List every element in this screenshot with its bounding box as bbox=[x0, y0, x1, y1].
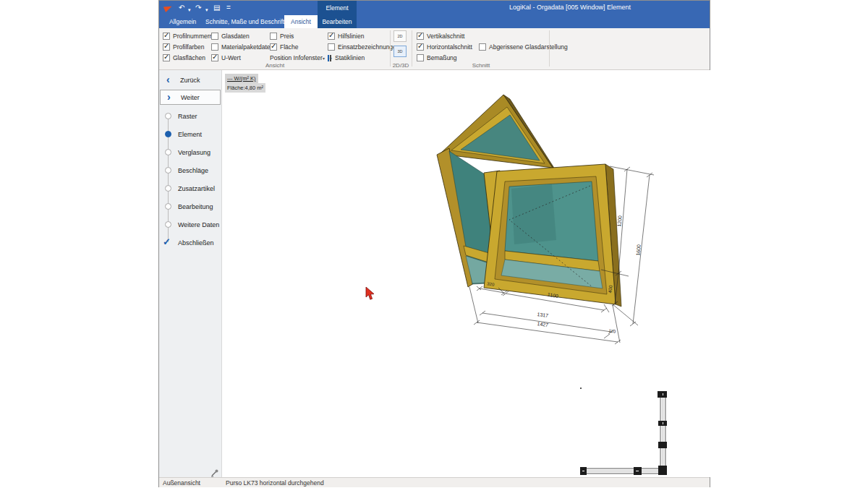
sidebar-item-zusatzartikel[interactable]: Zusatzartikel bbox=[159, 184, 222, 193]
checkbox-glasflaechen[interactable] bbox=[163, 54, 170, 61]
mullion-shape bbox=[484, 171, 511, 287]
sidebar-item-verglasung[interactable]: Verglasung bbox=[159, 148, 222, 157]
checkbox-u-wert[interactable] bbox=[211, 54, 218, 61]
checkbox-horizontalschnitt[interactable] bbox=[417, 43, 424, 51]
checkbox-label: U-Wert bbox=[221, 54, 241, 61]
drawing-canvas[interactable]: --- W/(m² K) Fläche:4,80 m² bbox=[222, 70, 711, 477]
mouse-cursor-icon bbox=[365, 287, 375, 301]
checkbox-glasdaten[interactable] bbox=[211, 33, 218, 40]
main-pane-shape bbox=[484, 164, 621, 307]
logikal-window: ↶ ▾ ↷ ▾ ▤ = Element LogiKal - Orgadata [… bbox=[158, 0, 710, 487]
step-circle-icon bbox=[165, 167, 171, 174]
back-label: Zurück bbox=[180, 73, 200, 88]
left-pane-shape bbox=[437, 148, 503, 287]
checkbox-label: Preis bbox=[280, 33, 294, 40]
dropdown-label: Position Infofenster bbox=[270, 54, 323, 61]
statiklinien-toggle[interactable]: ▾Statiklinien bbox=[323, 53, 365, 62]
checkbox-label: Profilnummern bbox=[173, 33, 213, 40]
check-icon: ✓ bbox=[163, 236, 171, 247]
checkbox-label: Glasdaten bbox=[221, 33, 250, 40]
desktop: ↶ ▾ ↷ ▾ ▤ = Element LogiKal - Orgadata [… bbox=[0, 0, 868, 488]
view-3d-button[interactable]: 3D bbox=[393, 46, 407, 57]
quick-access-more-icon[interactable]: = bbox=[226, 1, 231, 14]
view-mode-label: Außenansicht bbox=[163, 479, 200, 487]
step-label: Raster bbox=[178, 112, 197, 121]
checkbox-label: Vertikalschnitt bbox=[427, 33, 464, 40]
step-circle-icon bbox=[165, 185, 171, 192]
title-bar: ↶ ▾ ↷ ▾ ▤ = Element LogiKal - Orgadata [… bbox=[159, 1, 710, 15]
step-label: Verglasung bbox=[178, 148, 210, 157]
step-label: Weitere Daten bbox=[178, 221, 219, 229]
next-label: Weiter bbox=[181, 90, 200, 106]
sidebar-item-bearbeitung[interactable]: Bearbeitung bbox=[159, 202, 222, 211]
window-style-icon[interactable]: ▤ bbox=[213, 1, 220, 14]
group-label-2d3d: 2D/3D bbox=[389, 62, 412, 69]
svg-text:320: 320 bbox=[487, 281, 495, 287]
sidebar-item-raster[interactable]: Raster bbox=[159, 112, 222, 121]
tab-allgemein[interactable]: Allgemein bbox=[165, 15, 200, 28]
main-area: ‹ Zurück › Weiter Raster Element Verglas… bbox=[159, 70, 710, 477]
statiklinien-icon bbox=[328, 55, 331, 61]
view-2d-button[interactable]: 2D bbox=[393, 30, 407, 42]
checkbox-bemassung[interactable] bbox=[417, 54, 424, 61]
back-button[interactable]: ‹ Zurück bbox=[160, 73, 221, 88]
svg-text:1317: 1317 bbox=[537, 312, 549, 318]
svg-text:400: 400 bbox=[608, 285, 613, 294]
checkbox-label: Abgerissene Glasdarstellung bbox=[489, 43, 568, 51]
step-circle-icon bbox=[165, 113, 171, 119]
step-circle-icon bbox=[165, 131, 171, 137]
sidebar-item-abschliessen[interactable]: ✓Abschließen bbox=[159, 239, 222, 247]
svg-text:1600: 1600 bbox=[635, 244, 641, 256]
svg-text:1200: 1200 bbox=[616, 215, 622, 227]
chevron-right-icon: › bbox=[167, 90, 171, 104]
tilted-sash-shape bbox=[440, 95, 556, 171]
checkbox-label: Hilfslinien bbox=[338, 33, 364, 40]
step-label: Abschließen bbox=[178, 239, 214, 247]
svg-text:1427: 1427 bbox=[537, 321, 549, 328]
window-title: LogiKal - Orgadata [005 Window] Element bbox=[509, 4, 631, 11]
group-separator bbox=[390, 30, 391, 67]
logikal-logo-icon[interactable] bbox=[163, 4, 173, 12]
checkbox-preis[interactable] bbox=[270, 33, 277, 40]
element-3d-drawing: 1200 400 1600 320 1100 bbox=[222, 70, 711, 477]
undo-icon[interactable]: ↶ bbox=[179, 1, 184, 14]
group-label-schnitt: Schnitt bbox=[412, 62, 550, 69]
checkbox-flaeche[interactable] bbox=[270, 43, 277, 51]
ribbon: Profilnummern Profilfarben Glasflächen G… bbox=[159, 28, 710, 70]
checkbox-abgerissene-glasdarstellung[interactable] bbox=[479, 43, 486, 51]
ribbon-tab-row: Allgemein Schnitte, Maße und Beschriftun… bbox=[159, 15, 710, 28]
svg-text:1100: 1100 bbox=[547, 292, 558, 299]
chevron-down-icon: ▾ bbox=[323, 56, 325, 61]
svg-text:110: 110 bbox=[608, 328, 616, 333]
checkbox-materialpaketdaten[interactable] bbox=[211, 43, 218, 51]
checkbox-label: Materialpaketdaten bbox=[221, 43, 273, 51]
step-circle-icon bbox=[165, 149, 171, 155]
checkbox-label: Profilfarben bbox=[173, 43, 204, 51]
u-value-link[interactable]: --- W/(m² K) bbox=[225, 74, 258, 83]
checkbox-einsatzbezeichnungen[interactable] bbox=[328, 43, 335, 51]
checkbox-vertikalschnitt[interactable] bbox=[417, 33, 424, 40]
step-circle-icon bbox=[165, 221, 171, 228]
checkbox-profilfarben[interactable] bbox=[163, 43, 170, 51]
group-separator bbox=[549, 30, 550, 67]
corner-section-drawing bbox=[580, 388, 667, 475]
profile-system-label: Purso LK73 horizontal durchgehend bbox=[226, 479, 324, 487]
checkbox-hilfslinien[interactable] bbox=[328, 33, 335, 40]
sidebar-item-beschlaege[interactable]: Beschläge bbox=[159, 166, 222, 175]
chevron-left-icon: ‹ bbox=[166, 73, 170, 87]
redo-icon[interactable]: ↷ bbox=[195, 1, 201, 14]
step-label: Element bbox=[178, 130, 202, 139]
checkbox-label: Fläche bbox=[280, 43, 299, 51]
next-button[interactable]: › Weiter bbox=[160, 90, 221, 105]
checkbox-profilnummern[interactable] bbox=[163, 33, 170, 40]
step-label: Zusatzartikel bbox=[178, 184, 215, 193]
tab-bearbeiten[interactable]: Bearbeiten bbox=[318, 15, 357, 28]
status-bar: Außenansicht Purso LK73 horizontal durch… bbox=[159, 477, 710, 487]
wizard-sidebar: ‹ Zurück › Weiter Raster Element Verglas… bbox=[159, 70, 222, 477]
pin-icon[interactable] bbox=[210, 468, 219, 477]
group-label-ansicht: Ansicht bbox=[159, 62, 391, 69]
tab-ansicht[interactable]: Ansicht bbox=[284, 15, 318, 28]
step-circle-icon bbox=[165, 203, 171, 210]
sidebar-item-weitere-daten[interactable]: Weitere Daten bbox=[159, 221, 222, 229]
sidebar-item-element[interactable]: Element bbox=[159, 130, 222, 139]
